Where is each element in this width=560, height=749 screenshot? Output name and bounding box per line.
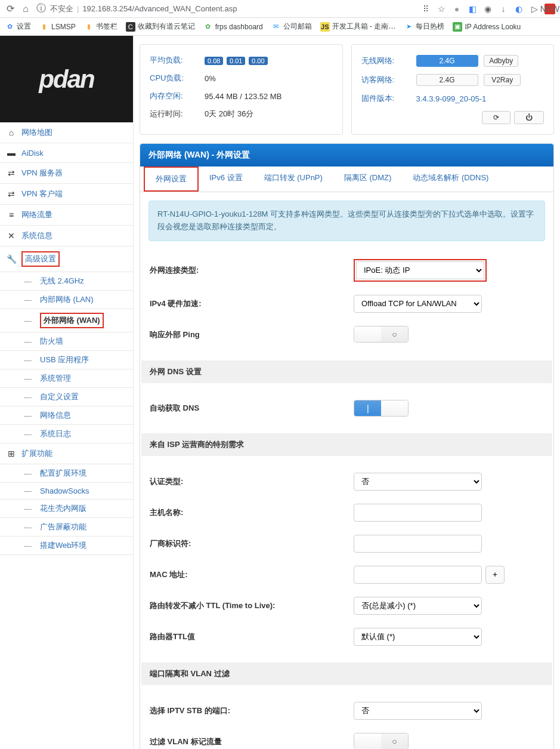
camera-icon[interactable]: ◉ [482, 4, 493, 14]
mem-free-label[interactable]: 内存空闲: [150, 91, 183, 100]
browser-toolbar: ⟳ ⌂ ⓘ 不安全 | 192.168.3.254/Advanced_WAN_C… [0, 0, 560, 18]
uptime-value: 0天 20时 36分 [205, 106, 333, 122]
hostname-input[interactable] [354, 504, 482, 522]
vendor-label: 厂商标识符: [150, 529, 352, 559]
nav-extensions[interactable]: ⊞扩展功能 [0, 443, 133, 464]
hostname-label: 主机名称: [150, 498, 352, 528]
bm-iplookup[interactable]: ▣IP Address Looku [453, 22, 521, 32]
cpu-load-label[interactable]: CPU负载: [150, 73, 184, 82]
circle-icon: ○ [381, 326, 408, 342]
star-icon[interactable]: ☆ [436, 4, 447, 14]
tab-wan[interactable]: 外网设置 [144, 167, 199, 192]
nav-vpn-client[interactable]: ⇄VPN 客户端 [0, 184, 133, 204]
wrench-icon: 🔧 [6, 254, 17, 264]
nav-aidisk[interactable]: ▬AiDisk [0, 143, 133, 162]
refresh-button[interactable]: ⟳ [482, 111, 511, 124]
ping-toggle[interactable]: ○ [354, 326, 409, 343]
bm-devtools[interactable]: JS开发工具箱 - 走南… [320, 21, 396, 32]
nav-peanut[interactable]: —花生壳内网版 [18, 500, 133, 517]
new-badge[interactable]: NEW [544, 4, 555, 14]
gtranslate-icon[interactable]: ◧ [467, 4, 478, 14]
tab-ddns[interactable]: 动态域名解析 (DDNS) [402, 167, 499, 192]
dns-section-header: 外网 DNS 设置 [141, 360, 552, 383]
nav-traffic[interactable]: ≡网络流量 [0, 205, 133, 225]
guest-24g-button[interactable]: 2.4G [416, 74, 478, 86]
status-card-right: 无线网络: 2.4G Adbyby 访客网络: 2.4G V2Ray 固件版本:… [351, 44, 555, 135]
bm-bookbar[interactable]: ▮书签栏 [84, 21, 117, 32]
nav-wifi-24[interactable]: —无线 2.4GHz [18, 272, 133, 290]
circle-icon: ○ [381, 733, 408, 749]
grid-icon: ⊞ [6, 449, 17, 458]
adbyby-button[interactable]: Adbyby [484, 55, 518, 67]
play-icon[interactable]: ▷ [529, 4, 540, 14]
mem-free-value: 95.44 MB / 123.52 MB [205, 88, 333, 104]
dot-icon[interactable]: ● [451, 4, 462, 14]
bar-icon: ❘ [354, 400, 381, 416]
nav-custom-set[interactable]: —自定义设置 [18, 388, 133, 406]
ttl-fwd-label: 路由转发不减小 TTL (Time to Live): [150, 591, 352, 621]
bm-lsmsp[interactable]: ▮LSMSP [39, 22, 76, 32]
nav-netinfo[interactable]: —网络信息 [18, 406, 133, 424]
nav-network-map[interactable]: ⌂网络地图 [0, 122, 133, 143]
conn-type-select[interactable]: IPoE: 动态 IP [356, 261, 484, 279]
disk-icon: ▬ [6, 148, 17, 158]
tab-ipv6[interactable]: IPv6 设置 [199, 167, 253, 192]
bm-youdao[interactable]: C收藏到有道云笔记 [126, 21, 195, 32]
bm-mail[interactable]: ✉公司邮箱 [271, 21, 312, 32]
download-icon[interactable]: ↓ [498, 4, 509, 14]
vlan-section-header: 端口隔离和 VLAN 过滤 [141, 662, 552, 685]
bm-settings[interactable]: ✿设置 [5, 21, 31, 32]
nav-adblock[interactable]: —广告屏蔽功能 [18, 518, 133, 536]
content-area: 平均负载: 0.08 0.01 0.00 CPU负载: 0% 内存空闲: 95.… [134, 36, 560, 749]
ttl-val-select[interactable]: 默认值 (*) [354, 628, 482, 646]
mac-add-button[interactable]: + [485, 566, 505, 584]
address-bar[interactable]: ⓘ 不安全 | 192.168.3.254/Advanced_WAN_Conte… [36, 4, 237, 14]
reload-icon[interactable]: ⟳ [5, 4, 16, 14]
auth-type-select[interactable]: 否 [354, 473, 482, 491]
fw-label[interactable]: 固件版本: [361, 94, 395, 103]
nav-firewall[interactable]: —防火墙 [18, 332, 133, 350]
traffic-icon: ≡ [6, 210, 17, 220]
globe-icon[interactable]: ◐ [513, 4, 524, 14]
wifi-label[interactable]: 无线网络: [361, 56, 395, 65]
nav-sys-mgmt[interactable]: —系统管理 [18, 369, 133, 387]
ttl-fwd-select[interactable]: 否(总是减小) (*) [354, 597, 482, 615]
tab-upnp[interactable]: 端口转发 (UPnP) [253, 167, 333, 192]
nav-shadowsocks[interactable]: —ShadowSocks [18, 483, 133, 499]
nav-vpn-server[interactable]: ⇄VPN 服务器 [0, 163, 133, 183]
nav-usb-app[interactable]: —USB 应用程序 [18, 351, 133, 369]
nav-ext-env[interactable]: —配置扩展环境 [18, 464, 133, 482]
nav-lan[interactable]: —内部网络 (LAN) [18, 291, 133, 309]
bm-hotlist[interactable]: ➤每日热榜 [404, 21, 444, 32]
nav-wan[interactable]: —外部网络 (WAN) [18, 309, 133, 332]
nav-sysinfo[interactable]: ✕系统信息 [0, 226, 133, 246]
status-card-left: 平均负载: 0.08 0.01 0.00 CPU负载: 0% 内存空闲: 95.… [140, 44, 343, 135]
mac-input[interactable] [354, 566, 482, 584]
vlan-filter-toggle[interactable]: ○ [354, 733, 409, 749]
ping-label: 响应外部 Ping [150, 320, 352, 350]
bookmark-bar: ✿设置 ▮LSMSP ▮书签栏 C收藏到有道云笔记 ✿frps dashboar… [0, 18, 560, 36]
sysinfo-icon: ✕ [6, 231, 17, 241]
home-icon[interactable]: ⌂ [20, 4, 31, 14]
avg-load-label[interactable]: 平均负载: [150, 56, 183, 64]
fw-version-link[interactable]: 3.4.3.9-099_20-05-1 [416, 94, 487, 103]
tab-dmz[interactable]: 隔离区 (DMZ) [333, 167, 402, 192]
vendor-input[interactable] [354, 535, 482, 553]
hw-accel-select[interactable]: Offload TCP for LAN/WLAN [354, 295, 482, 313]
uptime-label: 运行时间: [150, 106, 203, 122]
guest-label[interactable]: 访客网络: [361, 75, 395, 84]
v2ray-button[interactable]: V2Ray [484, 74, 521, 86]
nav-buildweb[interactable]: —搭建Web环境 [18, 537, 133, 554]
security-status: 不安全 [50, 4, 73, 14]
nav-syslog[interactable]: —系统日志 [18, 425, 133, 443]
power-button[interactable]: ⏻ [514, 111, 544, 124]
iptv-select[interactable]: 否 [354, 702, 482, 720]
band-24g-button[interactable]: 2.4G [416, 55, 478, 67]
auto-dns-toggle[interactable]: ❘ [354, 400, 409, 417]
nav-advanced[interactable]: 🔧高级设置 [0, 246, 133, 272]
tabs: 外网设置 IPv6 设置 端口转发 (UPnP) 隔离区 (DMZ) 动态域名解… [140, 167, 553, 192]
info-icon: ⓘ [36, 4, 47, 14]
bm-frps[interactable]: ✿frps dashboard [203, 22, 263, 32]
ttl-val-label: 路由器TTL值 [150, 622, 352, 652]
translate-icon[interactable]: ⠿ [420, 4, 431, 14]
